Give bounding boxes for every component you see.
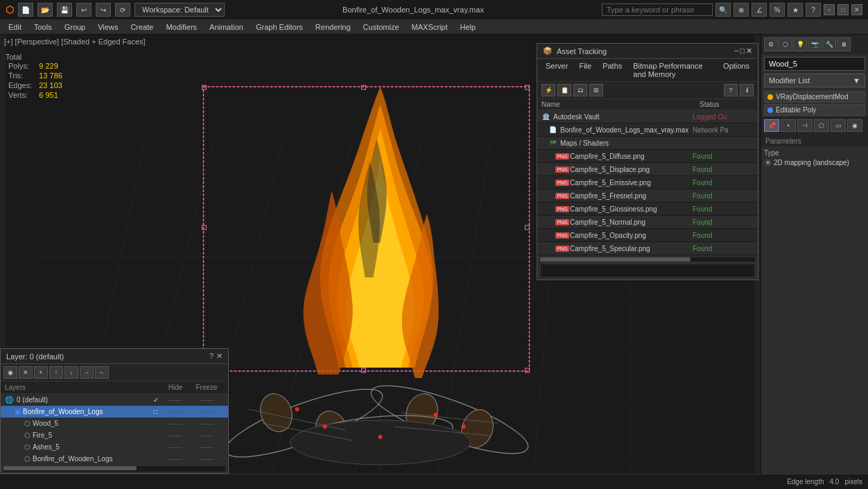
rp-btn-4[interactable]: 📷: [808, 37, 822, 51]
workspace-select[interactable]: Workspace: Default: [134, 3, 225, 17]
layer-btn-up[interactable]: ↑: [49, 366, 63, 379]
png-icon-1: PNG: [557, 151, 568, 161]
asset-row-normal[interactable]: PNG Campfire_5_Normal.png Found: [537, 216, 758, 229]
asset-row-fresnel[interactable]: PNG Campfire_5_Fresnel.png Found: [537, 189, 758, 203]
layer-row-bonfire[interactable]: ▣ Bonfire_of_Wooden_Logs □ —— ——: [1, 406, 228, 418]
rp-btn-6[interactable]: 🖥: [837, 37, 851, 51]
asset-input[interactable]: [540, 264, 755, 277]
tb-percent[interactable]: %: [770, 3, 785, 17]
modifier-list-btn[interactable]: Modifier List ▼: [764, 74, 865, 87]
at-btn-help[interactable]: ?: [724, 84, 738, 96]
asset-vault-name: Autodesk Vault: [553, 113, 693, 121]
asset-menu-options[interactable]: Options: [719, 60, 754, 80]
tb-star[interactable]: ★: [788, 3, 803, 17]
at-btn-1[interactable]: ⚡: [541, 84, 555, 96]
asset-menu-bitmap[interactable]: Bitmap Performance and Memory: [629, 60, 716, 80]
t2-pin[interactable]: 📌: [764, 119, 779, 132]
at-btn-3[interactable]: 🗂: [573, 84, 587, 96]
at-btn-4[interactable]: ⊞: [589, 84, 603, 96]
object-name[interactable]: Wood_5: [764, 57, 865, 71]
asset-row-vault[interactable]: 🏦 Autodesk Vault Logged Ou: [537, 110, 758, 123]
asset-scrollbar[interactable]: [540, 257, 755, 261]
asset-row-glossiness[interactable]: PNG Campfire_5_Glossiness.png Found: [537, 203, 758, 216]
layer-row-ashes5[interactable]: ⬡ Ashes_5 —— ——: [1, 441, 228, 453]
layer-btn-add[interactable]: +: [34, 366, 48, 379]
menu-modifiers[interactable]: Modifiers: [160, 22, 202, 33]
rp-btn-1[interactable]: ⚙: [764, 37, 778, 51]
t2-border[interactable]: ⬡: [814, 119, 829, 132]
layer-btn-delete[interactable]: ✕: [19, 366, 33, 379]
t2-edge[interactable]: ⊣: [797, 119, 813, 132]
asset-row-specular[interactable]: PNG Campfire_5_Specular.png Found: [537, 242, 758, 255]
modifier-poly[interactable]: Editable Poly: [764, 104, 865, 116]
edges-label: Edges:: [6, 80, 35, 90]
asset-row-emissive[interactable]: PNG Campfire_5_Emissive.png Found: [537, 176, 758, 189]
layer-row-fire5-name: Fire_5: [33, 431, 52, 439]
search-btn[interactable]: 🔍: [715, 3, 731, 17]
t2-element[interactable]: ◉: [847, 119, 862, 132]
mapping-row: 2D mapping (landscape): [764, 159, 865, 166]
menu-create[interactable]: Create: [125, 22, 159, 33]
layer-help-btn[interactable]: ?: [209, 352, 214, 361]
layer-row-0-hide: ——: [162, 396, 189, 404]
mapping-radio[interactable]: [764, 160, 771, 166]
asset-menu-paths[interactable]: Paths: [598, 60, 626, 80]
at-btn-2[interactable]: 📋: [557, 84, 571, 96]
asset-row-diffuse[interactable]: PNG Campfire_5_Diffuse.png Found: [537, 150, 758, 163]
layer-close-btn[interactable]: ✕: [216, 352, 223, 361]
asset-diffuse-status: Found: [693, 153, 755, 160]
menu-graph-editors[interactable]: Graph Editors: [250, 22, 309, 33]
t2-vertex[interactable]: •: [781, 119, 796, 132]
maximize-btn[interactable]: □: [837, 4, 849, 15]
at-btn-info[interactable]: ℹ: [740, 84, 754, 96]
menu-views[interactable]: Views: [92, 22, 123, 33]
layer-btn-active[interactable]: ◉: [3, 366, 17, 379]
layer-row-fire5[interactable]: ⬡ Fire_5 —— ——: [1, 429, 228, 441]
rp-btn-3[interactable]: 💡: [793, 37, 807, 51]
toolbar-undo[interactable]: ↩: [76, 3, 92, 17]
menu-animation[interactable]: Animation: [204, 22, 249, 33]
rp-btn-5[interactable]: 🔧: [822, 37, 836, 51]
layer-scrollbar[interactable]: [3, 466, 225, 472]
toolbar-redo[interactable]: ↪: [96, 3, 111, 17]
asset-row-file[interactable]: 📄 Bonfire_of_Wooden_Logs_max_vray.max Ne…: [537, 123, 758, 137]
asset-row-maps[interactable]: 🗺 Maps / Shaders: [537, 137, 758, 150]
menu-group[interactable]: Group: [59, 22, 92, 33]
layer-btn-right[interactable]: →: [80, 366, 94, 379]
tb-help[interactable]: ?: [806, 3, 821, 17]
modifier-vray[interactable]: VRayDisplacementMod: [764, 91, 865, 103]
layer-row-wood5[interactable]: ⬡ Wood_5 —— ——: [1, 418, 228, 429]
menu-tools[interactable]: Tools: [28, 22, 58, 33]
menu-edit[interactable]: Edit: [3, 22, 27, 33]
tb-angle[interactable]: ∠: [752, 3, 767, 17]
png-icon-7: PNG: [557, 230, 568, 240]
t2-poly2[interactable]: ▭: [831, 119, 846, 132]
asset-menu-file[interactable]: File: [575, 60, 596, 80]
toolbar-new[interactable]: 📄: [18, 3, 33, 17]
menu-maxscript[interactable]: MAXScript: [406, 22, 453, 33]
menu-customize[interactable]: Customize: [358, 22, 405, 33]
rp-btn-2[interactable]: ⬡: [779, 37, 792, 51]
modifier-poly-label: Editable Poly: [776, 106, 816, 114]
menu-rendering[interactable]: Rendering: [310, 22, 356, 33]
asset-minimize-btn[interactable]: −: [734, 46, 738, 55]
search-input[interactable]: [602, 3, 713, 16]
asset-row-opacity[interactable]: PNG Campfire_5_Opacity.png Found: [537, 229, 758, 242]
layer-row-0-check: ✓: [153, 396, 162, 404]
asset-row-displace[interactable]: PNG Campfire_5_Displace.png Found: [537, 163, 758, 176]
asset-menu-server[interactable]: Server: [541, 60, 572, 80]
toolbar-save[interactable]: 💾: [57, 3, 72, 17]
layer-btn-down[interactable]: ↓: [64, 366, 78, 379]
asset-close-btn[interactable]: ✕: [746, 46, 752, 55]
minimize-btn[interactable]: −: [824, 4, 835, 15]
modify-toolbar: 📌 • ⊣ ⬡ ▭ ◉: [761, 117, 868, 135]
layer-row-default[interactable]: 🌐 0 (default) ✓ —— ——: [1, 394, 228, 406]
close-btn[interactable]: ✕: [851, 4, 862, 15]
asset-maximize-btn[interactable]: □: [740, 46, 745, 55]
layer-row-bonfire2[interactable]: ⬡ Bonfire_of_Wooden_Logs —— ——: [1, 453, 228, 465]
menu-help[interactable]: Help: [455, 22, 482, 33]
toolbar-open[interactable]: 📂: [37, 3, 53, 17]
tb-snap[interactable]: ⊕: [734, 3, 749, 17]
toolbar-ref[interactable]: ⟳: [115, 3, 130, 17]
layer-btn-left[interactable]: ←: [95, 366, 109, 379]
